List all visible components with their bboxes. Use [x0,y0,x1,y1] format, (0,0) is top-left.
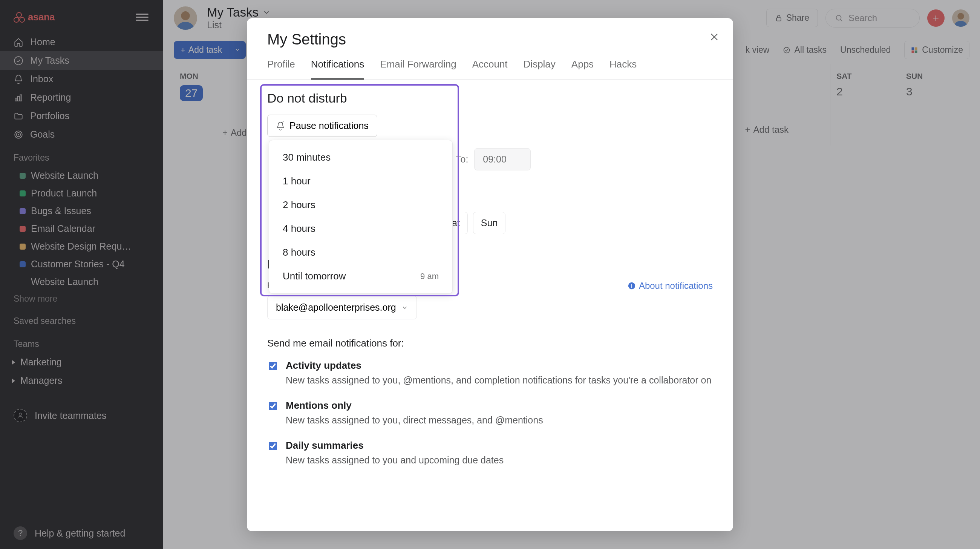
option-desc: New tasks assigned to you, direct messag… [286,414,543,427]
tab-profile[interactable]: Profile [267,59,295,80]
pause-option-1h[interactable]: 1 hour [269,169,452,193]
option-title: Daily summaries [286,440,504,451]
checkbox[interactable] [269,362,277,370]
pause-label: Pause notifications [290,120,369,131]
modal-header: My Settings [247,18,733,48]
option-title: Mentions only [286,400,543,411]
chevron-down-icon [401,304,408,311]
checkbox[interactable] [269,442,277,450]
pause-option-30m[interactable]: 30 minutes [269,146,452,169]
option-desc: New tasks assigned to you and upcoming d… [286,454,504,467]
pause-option-8h[interactable]: 8 hours [269,240,452,264]
pause-option-4h[interactable]: 4 hours [269,217,452,240]
to-time-input[interactable]: 09:00 [474,148,531,170]
about-label: About notifications [639,280,713,291]
option-daily-summaries[interactable]: Daily summaries New tasks assigned to yo… [267,440,713,467]
tab-account[interactable]: Account [472,59,508,80]
option-title: Activity updates [286,360,711,371]
pause-dropdown: 30 minutes 1 hour 2 hours 4 hours 8 hour… [269,140,453,294]
pause-notifications-button[interactable]: Pause notifications [267,115,377,137]
app-root: asana Home My Tasks Inbox Reporting Port… [0,0,980,549]
option-mentions-only[interactable]: Mentions only New tasks assigned to you,… [267,400,713,427]
close-button[interactable] [709,32,719,44]
tab-notifications[interactable]: Notifications [311,59,364,80]
pause-icon [276,121,285,130]
option-activity-updates[interactable]: Activity updates New tasks assigned to y… [267,360,713,387]
pause-option-label: 1 hour [283,175,310,187]
close-icon [709,32,719,42]
pause-option-tomorrow[interactable]: Until tomorrow 9 am [269,264,452,288]
dnd-title: Do not disturb [267,91,713,106]
to-label: To: [456,154,468,165]
tab-email-forwarding[interactable]: Email Forwarding [380,59,456,80]
pause-option-2h[interactable]: 2 hours [269,193,452,217]
schedule-to-block: To: 09:00 [456,148,713,170]
pause-option-label: 8 hours [283,247,315,258]
email-select[interactable]: blake@apolloenterprises.org [267,296,417,319]
about-notifications-link[interactable]: i About notifications [628,280,713,291]
email-value: blake@apolloenterprises.org [276,302,396,313]
tab-apps[interactable]: Apps [571,59,593,80]
svg-text:i: i [631,283,633,289]
info-icon: i [628,282,636,290]
pause-option-label: 2 hours [283,199,315,211]
tab-display[interactable]: Display [523,59,555,80]
checkbox[interactable] [269,402,277,410]
pause-option-meta: 9 am [420,272,439,281]
modal-title: My Settings [267,31,713,48]
tab-hacks[interactable]: Hacks [609,59,636,80]
option-desc: New tasks assigned to you, @mentions, an… [286,374,711,387]
pause-option-label: Until tomorrow [283,271,346,282]
send-me-label: Send me email notifications for: [267,337,713,349]
modal-tabs: Profile Notifications Email Forwarding A… [247,48,733,80]
pause-option-label: 30 minutes [283,151,331,163]
pause-option-label: 4 hours [283,223,315,234]
day-sun[interactable]: Sun [473,212,506,234]
